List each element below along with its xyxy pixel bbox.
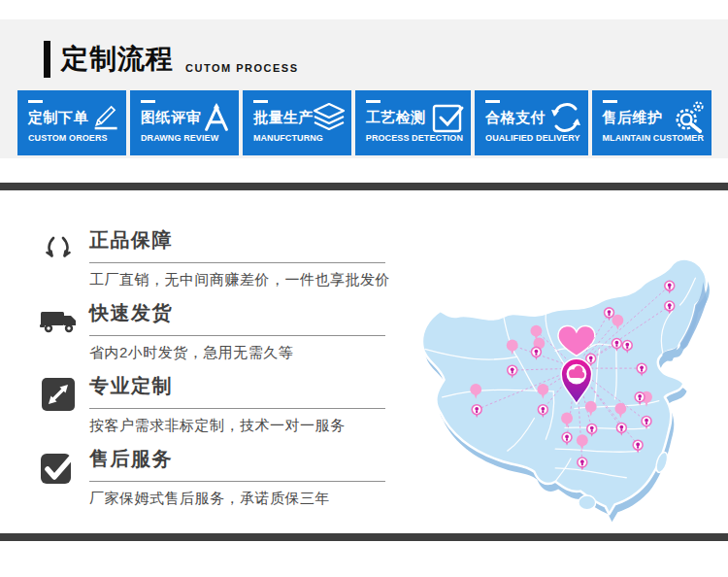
step-dash [253, 100, 268, 103]
process-steps-row: 定制下单 CUSTOM OROERS 图纸评审 DRAWNG REVIEW [17, 90, 711, 155]
step-dash [603, 100, 617, 103]
header-band: 定制流程 CUTOM PROCESS 定制下单 CUSTOM OROERS 图纸… [0, 19, 728, 158]
layers-icon [313, 101, 346, 134]
truck-icon [39, 304, 78, 339]
service-desc: 厂家保姆式售后服务，承诺质保三年 [89, 490, 400, 508]
step-dash [28, 100, 43, 103]
bottom-divider [0, 533, 728, 541]
step-title-en: PROCESS DETECTION [366, 133, 463, 143]
open-hands-icon [39, 231, 78, 266]
step-title-en: DRAWNG REVIEW [141, 133, 231, 143]
resize-arrows-icon [39, 377, 78, 412]
step-title-en: MANUFCTURNG [253, 133, 344, 143]
step-title-en: CUSTOM OROERS [28, 133, 118, 143]
title-accent-bar [44, 41, 50, 78]
service-item-fast-shipping: 快速发货 省内2小时发货，急用无需久等 [39, 288, 400, 361]
section-header: 定制流程 CUTOM PROCESS [44, 41, 298, 78]
map-hainan [579, 495, 596, 510]
step-dash [141, 100, 155, 103]
check-square-icon [432, 101, 465, 134]
service-title: 专业定制 [89, 373, 385, 409]
process-step-manufacturing[interactable]: 批量生产 MANUFCTURNG [243, 90, 351, 155]
service-title: 正品保障 [89, 227, 385, 263]
page: 定制流程 CUTOM PROCESS 定制下单 CUSTOM OROERS 图纸… [0, 0, 728, 577]
step-dash [485, 100, 500, 103]
process-step-qualified-delivery[interactable]: 合格支付 OUALIFIED DELIVERY [475, 90, 587, 155]
service-desc: 省内2小时发货，急用无需久等 [89, 344, 400, 362]
step-title-en: MLAINTAIN CUSTOMER [603, 133, 704, 143]
process-step-custom-orders[interactable]: 定制下单 CUSTOM OROERS [17, 90, 126, 155]
service-item-after-sales-service: 售后服务 厂家保姆式售后服务，承诺质保三年 [39, 434, 400, 507]
section-title-en: CUTOM PROCESS [185, 62, 298, 74]
step-title-en: OUALIFIED DELIVERY [485, 133, 579, 143]
service-title: 快速发货 [89, 300, 385, 336]
top-divider [0, 183, 728, 190]
service-desc: 按客户需求非标定制，技术一对一服务 [89, 417, 400, 435]
process-step-after-sales-maintain[interactable]: 售后维护 MLAINTAIN CUSTOMER [592, 90, 711, 155]
sync-arrows-icon [549, 101, 582, 134]
gear-wrench-icon [673, 101, 706, 134]
service-title: 售后服务 [89, 446, 385, 482]
section-title-zh: 定制流程 [61, 41, 174, 78]
drafting-tools-icon [200, 101, 233, 134]
step-dash [366, 100, 381, 103]
process-step-drawing-review[interactable]: 图纸评审 DRAWNG REVIEW [130, 90, 239, 155]
service-item-genuine-guarantee: 正品保障 工厂直销，无中间商赚差价，一件也享批发价 [39, 216, 400, 288]
china-distribution-map [412, 233, 728, 526]
pencil-icon [87, 101, 120, 134]
service-desc: 工厂直销，无中间商赚差价，一件也享批发价 [89, 271, 400, 289]
process-step-process-detection[interactable]: 工艺检测 PROCESS DETECTION [355, 90, 471, 155]
service-item-professional-customization: 专业定制 按客户需求非标定制，技术一对一服务 [39, 361, 400, 434]
check-box-icon [39, 450, 78, 485]
services-list: 正品保障 工厂直销，无中间商赚差价，一件也享批发价 快速发货 省内2小时发货，急… [39, 216, 400, 507]
